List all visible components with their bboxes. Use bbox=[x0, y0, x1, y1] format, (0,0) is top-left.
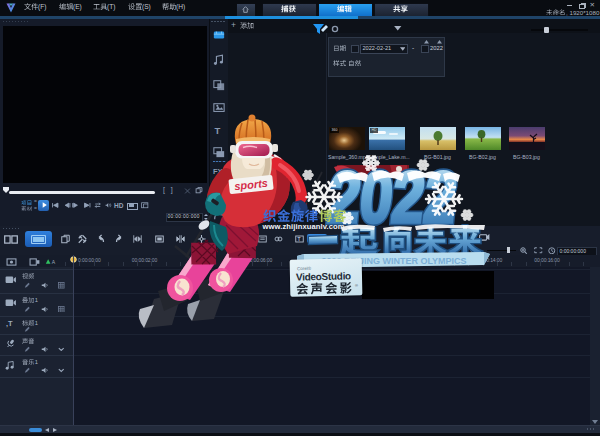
svg-text:A: A bbox=[52, 259, 56, 265]
